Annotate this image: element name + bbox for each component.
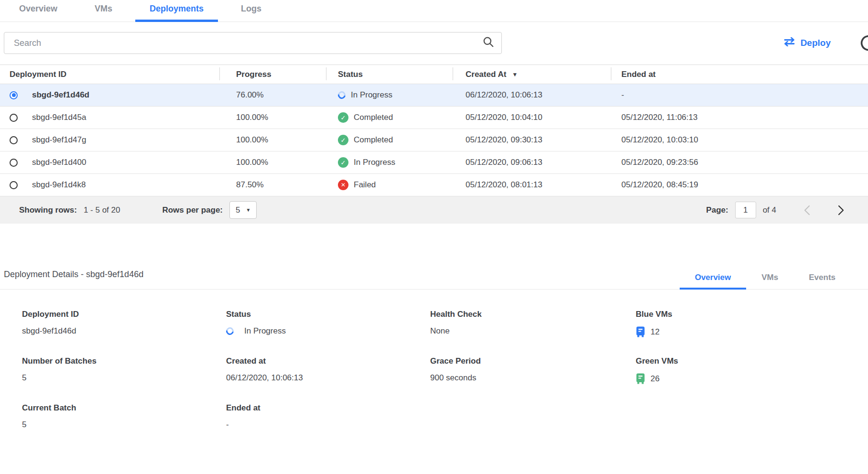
details-tab-events[interactable]: Events xyxy=(793,273,851,289)
field-label: Number of Batches xyxy=(22,356,226,366)
ended-at-value: 05/12/2020, 10:03:10 xyxy=(611,135,868,145)
swap-arrows-icon xyxy=(783,37,795,49)
tab-vms[interactable]: VMs xyxy=(80,4,127,22)
showing-rows-value: 1 - 5 of 20 xyxy=(84,205,120,215)
sort-descending-icon[interactable]: ▼ xyxy=(512,71,518,78)
field-health-check: Health Check None xyxy=(430,310,636,337)
showing-rows-label: Showing rows: xyxy=(19,205,77,215)
created-at-value: 05/12/2020, 09:30:13 xyxy=(453,135,611,145)
column-created-at-label: Created At xyxy=(466,70,506,79)
column-ended-at[interactable]: Ended at xyxy=(611,65,868,84)
vm-blue-icon xyxy=(636,326,645,337)
rows-per-page-select[interactable]: 5 ▼ xyxy=(229,201,257,219)
field-value: None xyxy=(430,326,636,336)
page-label: Page: xyxy=(706,205,728,215)
radio-button[interactable] xyxy=(10,159,18,167)
deploy-button-label: Deploy xyxy=(801,38,831,48)
details-tab-vms[interactable]: VMs xyxy=(746,273,793,289)
status-label: In Progress xyxy=(351,90,392,100)
field-value: In Progress xyxy=(244,326,286,336)
details-tabs: Overview VMs Events xyxy=(680,273,851,289)
field-value: 5 xyxy=(22,420,226,430)
radio-button[interactable] xyxy=(10,136,18,144)
tab-deployments[interactable]: Deployments xyxy=(135,4,218,22)
created-at-value: 05/12/2020, 08:01:13 xyxy=(453,180,611,190)
deployment-id: sbgd-9ef1d45a xyxy=(32,113,86,122)
radio-button[interactable] xyxy=(10,91,18,99)
field-number-of-batches: Number of Batches 5 xyxy=(22,356,226,384)
ended-at-value: 05/12/2020, 09:23:56 xyxy=(611,158,868,167)
refresh-icon[interactable] xyxy=(857,32,868,54)
pager: Page: 1 of 4 xyxy=(706,202,844,218)
field-value: sbgd-9ef1d46d xyxy=(22,326,226,336)
field-created-at: Created at 06/12/2020, 10:06:13 xyxy=(226,356,430,384)
column-status[interactable]: Status xyxy=(326,65,453,84)
details-tab-overview[interactable]: Overview xyxy=(680,273,747,289)
table-row[interactable]: sbgd-9ef1d47g 100.00% Completed 05/12/20… xyxy=(0,129,868,151)
details-grid: Deployment ID sbgd-9ef1d46d Status In Pr… xyxy=(0,290,868,430)
progress-value: 87.50% xyxy=(219,180,326,190)
previous-page-icon[interactable] xyxy=(804,205,810,215)
ended-at-value: - xyxy=(611,90,868,100)
progress-value: 100.00% xyxy=(219,113,326,122)
field-value: 06/12/2020, 10:06:13 xyxy=(226,373,430,383)
field-label: Status xyxy=(226,310,430,319)
field-deployment-id: Deployment ID sbgd-9ef1d46d xyxy=(22,310,226,337)
search-icon[interactable] xyxy=(482,35,495,51)
field-status: Status In Progress xyxy=(226,310,430,337)
deployment-details-section: Deployment Details - sbgd-9ef1d46d Overv… xyxy=(0,269,868,430)
toolbar: Deploy xyxy=(0,22,868,65)
status-icon xyxy=(338,157,348,168)
field-value: 26 xyxy=(651,374,660,384)
next-page-icon[interactable] xyxy=(838,205,844,215)
tab-logs[interactable]: Logs xyxy=(227,4,276,22)
rows-per-page-value: 5 xyxy=(236,205,240,215)
field-value: - xyxy=(226,420,430,430)
progress-value: 100.00% xyxy=(219,158,326,167)
details-title: Deployment Details - sbgd-9ef1d46d xyxy=(4,269,143,289)
column-created-at[interactable]: Created At ▼ xyxy=(453,65,611,84)
table-row[interactable]: sbgd-9ef1d45a 100.00% Completed 05/12/20… xyxy=(0,107,868,129)
table-row[interactable]: sbgd-9ef1d46d 76.00% In Progress 06/12/2… xyxy=(0,84,868,107)
radio-button[interactable] xyxy=(10,114,18,122)
deploy-button[interactable]: Deploy xyxy=(783,37,831,49)
table-row[interactable]: sbgd-9ef1d400 100.00% In Progress 05/12/… xyxy=(0,151,868,174)
status-label: Completed xyxy=(354,113,393,122)
deployments-page: Overview VMs Deployments Logs Deploy Dep… xyxy=(0,0,868,430)
column-progress[interactable]: Progress xyxy=(219,65,326,84)
progress-value: 100.00% xyxy=(219,135,326,145)
ended-at-value: 05/12/2020, 11:06:13 xyxy=(611,113,868,122)
field-label: Current Batch xyxy=(22,403,226,413)
created-at-value: 05/12/2020, 09:06:13 xyxy=(453,158,611,167)
field-value: 900 seconds xyxy=(430,373,636,383)
radio-button[interactable] xyxy=(10,181,18,189)
field-green-vms: Green VMs 26 xyxy=(636,356,868,384)
status-icon xyxy=(338,112,348,123)
field-current-batch: Current Batch 5 xyxy=(22,403,226,430)
page-total: of 4 xyxy=(763,205,776,215)
vm-green-icon xyxy=(636,373,645,384)
status-label: Completed xyxy=(354,135,393,145)
created-at-value: 06/12/2020, 10:06:13 xyxy=(453,90,611,100)
table-pagination: Showing rows: 1 - 5 of 20 Rows per page:… xyxy=(0,196,868,224)
field-label: Green VMs xyxy=(636,356,868,366)
table-header: Deployment ID Progress Status Created At… xyxy=(0,65,868,84)
column-deployment-id[interactable]: Deployment ID xyxy=(0,65,219,84)
deployment-id: sbgd-9ef1d46d xyxy=(32,90,89,100)
deployment-id: sbgd-9ef1d4k8 xyxy=(32,180,86,190)
field-value: 5 xyxy=(22,373,226,383)
field-label: Deployment ID xyxy=(22,310,226,319)
table-row[interactable]: sbgd-9ef1d4k8 87.50% Failed 05/12/2020, … xyxy=(0,174,868,196)
field-label: Created at xyxy=(226,356,430,366)
tab-overview[interactable]: Overview xyxy=(5,4,72,22)
status-label: In Progress xyxy=(354,158,395,167)
status-icon xyxy=(338,180,348,190)
field-label: Grace Period xyxy=(430,356,636,366)
search-box[interactable] xyxy=(4,32,502,54)
search-input[interactable] xyxy=(13,38,482,49)
ended-at-value: 05/12/2020, 08:45:19 xyxy=(611,180,868,190)
deployments-table: Deployment ID Progress Status Created At… xyxy=(0,65,868,224)
status-icon xyxy=(336,90,347,100)
page-number-input[interactable]: 1 xyxy=(735,202,756,218)
main-tabs: Overview VMs Deployments Logs xyxy=(0,0,868,22)
